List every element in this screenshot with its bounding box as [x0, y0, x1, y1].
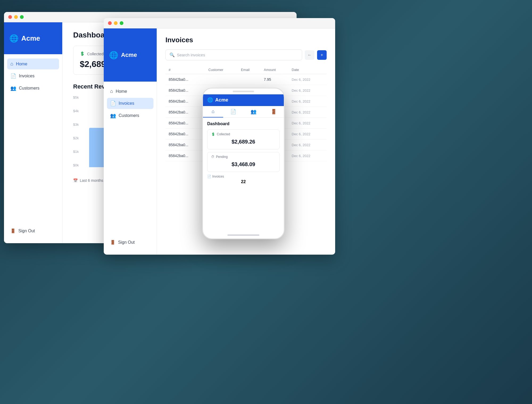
mobile-nav: ⌂ 📄 👥 🚪 — [203, 106, 284, 118]
cell-id: 85842ba0... — [165, 96, 205, 107]
col-email: Email — [238, 66, 261, 74]
cell-date: Dec 6, 2022 — [289, 129, 327, 140]
win2-sidebar-customers-label: Customers — [119, 113, 139, 118]
win2-sidebar-item-invoices[interactable]: 📄 Invoices — [107, 98, 153, 109]
sidebar-item-invoices-label: Invoices — [19, 74, 35, 78]
home-icon: ⌂ — [10, 61, 13, 67]
cell-id: 85842ba0... — [165, 118, 205, 129]
calendar-icon: 📅 — [73, 178, 78, 183]
col-id: # — [165, 66, 205, 74]
cell-id: 85842ba0... — [165, 107, 205, 118]
cell-date: Dec 6, 2022 — [289, 107, 327, 118]
mobile-pending-value: $3,468.09 — [211, 160, 276, 169]
minimize-button[interactable] — [14, 15, 18, 19]
win1-sidebar: 🌐 Acme ⌂ Home 📄 Invoices 👥 Customers 🚪 — [4, 22, 63, 243]
win2-maximize-button[interactable] — [120, 21, 123, 25]
prev-button[interactable]: ← — [305, 50, 314, 60]
cell-id: 85842ba0... — [165, 74, 205, 85]
mobile-collected-value: $2,689.26 — [211, 137, 276, 146]
sidebar-item-customers[interactable]: 👥 Customers — [7, 83, 59, 94]
logo-globe-icon: 🌐 — [9, 34, 19, 43]
mobile-invoices-count: 22 — [207, 179, 280, 184]
cell-date: Dec 6, 2022 — [289, 96, 327, 107]
cell-id: 85842ba0... — [165, 85, 205, 96]
signout-label: Sign Out — [18, 229, 35, 233]
signout-icon: 🚪 — [10, 228, 16, 233]
win2-sidebar-item-customers[interactable]: 👥 Customers — [107, 110, 153, 121]
win2-logo-globe-icon: 🌐 — [109, 51, 118, 60]
maximize-button[interactable] — [20, 15, 24, 19]
chart-y-axis: $5k $4k $3k $2k $1k $0k — [73, 95, 84, 167]
mobile-nav-customers[interactable]: 👥 — [243, 106, 264, 117]
win2-customers-icon: 👥 — [110, 113, 116, 119]
win2-invoices-icon: 📄 — [110, 100, 116, 106]
cell-id: 85842ba0... — [165, 129, 205, 140]
mobile-logo-icon: 🌐 — [207, 97, 213, 103]
win2-nav: ⌂ Home 📄 Invoices 👥 Customers — [104, 82, 157, 235]
search-icon: 🔍 — [169, 52, 175, 57]
signout-button[interactable]: 🚪 Sign Out — [4, 224, 62, 238]
search-placeholder: Search invoices — [177, 53, 205, 57]
mobile-pending-label: ⏱ Pending — [211, 155, 276, 159]
mobile-page-title: Dashboard — [207, 121, 280, 126]
mobile-window: 🌐 Acme ⌂ 📄 👥 🚪 Dashboard 💲 Collected $2,… — [202, 88, 285, 239]
win1-nav: ⌂ Home 📄 Invoices 👥 Customers — [4, 54, 62, 224]
win2-sidebar-item-home[interactable]: ⌂ Home — [107, 86, 153, 97]
mobile-content: Dashboard 💲 Collected $2,689.26 ⏱ Pendin… — [203, 118, 284, 188]
win2-logo: 🌐 Acme — [104, 28, 157, 82]
mobile-pending-card: ⏱ Pending $3,468.09 — [207, 152, 280, 172]
win2-close-button[interactable] — [108, 21, 112, 25]
cell-date: Dec 6, 2022 — [289, 150, 327, 161]
mobile-clock-icon: ⏱ — [211, 155, 214, 159]
cell-amount: 7.95 — [261, 74, 289, 85]
mobile-logo-text: Acme — [215, 97, 228, 103]
win2-sidebar-home-label: Home — [116, 89, 127, 94]
win2-signout-label: Sign Out — [118, 240, 135, 245]
chart-footer-text: Last 6 months — [80, 178, 103, 183]
win2-signout-icon: 🚪 — [110, 240, 115, 245]
cell-date: Dec 6, 2022 — [289, 85, 327, 96]
table-row[interactable]: 85842ba0... 7.95 Dec 6, 2022 — [165, 74, 327, 85]
win2-titlebar — [104, 18, 335, 28]
col-date: Date — [289, 66, 327, 74]
win2-signout-button[interactable]: 🚪 Sign Out — [104, 235, 157, 249]
sidebar-item-invoices[interactable]: 📄 Invoices — [7, 70, 59, 82]
cell-email — [238, 74, 261, 85]
col-customer: Customer — [205, 66, 238, 74]
invoices-icon: 📄 — [10, 73, 16, 79]
search-bar-wrapper: 🔍 Search invoices ← + — [165, 49, 327, 60]
cell-date: Dec 6, 2022 — [289, 118, 327, 129]
mobile-home-indicator — [227, 234, 259, 236]
mobile-dollar-icon: 💲 — [211, 132, 215, 136]
mobile-nav-home[interactable]: ⌂ — [203, 106, 223, 117]
sidebar-item-customers-label: Customers — [19, 86, 39, 91]
logo-text: Acme — [21, 34, 40, 43]
cell-id: 85842ba0... — [165, 150, 205, 161]
mobile-collected-label: 💲 Collected — [211, 132, 276, 136]
action-button[interactable]: + — [317, 50, 327, 60]
mobile-invoices-label: 📄 Invoices — [207, 175, 280, 178]
mobile-nav-invoices[interactable]: 📄 — [223, 106, 243, 117]
cell-date: Dec 6, 2022 — [289, 140, 327, 150]
mobile-invoice-icon: 📄 — [207, 175, 211, 178]
win2-home-icon: ⌂ — [110, 89, 113, 94]
cell-customer — [205, 74, 238, 85]
close-button[interactable] — [8, 15, 12, 19]
cell-id: 85842ba0... — [165, 140, 205, 150]
cell-date: Dec 6, 2022 — [289, 74, 327, 85]
mobile-header: 🌐 Acme — [203, 94, 284, 106]
mobile-collected-card: 💲 Collected $2,689.26 — [207, 129, 280, 149]
sidebar-item-home[interactable]: ⌂ Home — [7, 58, 59, 69]
customers-icon: 👥 — [10, 85, 16, 91]
sidebar-item-home-label: Home — [16, 62, 27, 66]
col-amount: Amount — [261, 66, 289, 74]
win2-minimize-button[interactable] — [114, 21, 118, 25]
mobile-notch — [233, 91, 254, 92]
win2-logo-text: Acme — [121, 52, 137, 58]
mobile-nav-signout[interactable]: 🚪 — [264, 106, 284, 117]
search-bar[interactable]: 🔍 Search invoices — [165, 49, 302, 60]
dollar-circle-icon: 💲 — [80, 51, 85, 56]
win2-sidebar-invoices-label: Invoices — [119, 101, 134, 106]
win2-sidebar: 🌐 Acme ⌂ Home 📄 Invoices 👥 Customers 🚪 — [104, 28, 157, 254]
win1-logo: 🌐 Acme — [4, 22, 62, 54]
